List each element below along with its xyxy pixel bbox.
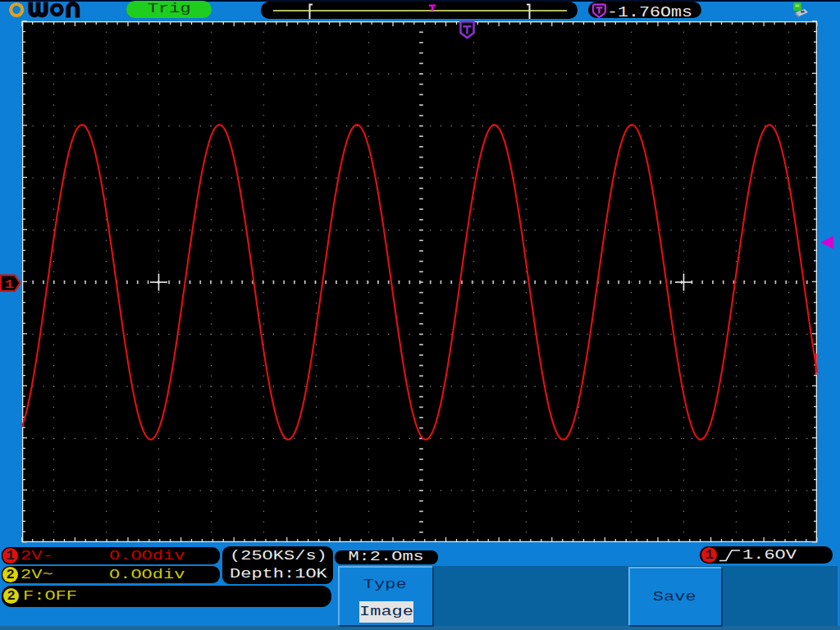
svg-text:1: 1 [5, 277, 15, 290]
